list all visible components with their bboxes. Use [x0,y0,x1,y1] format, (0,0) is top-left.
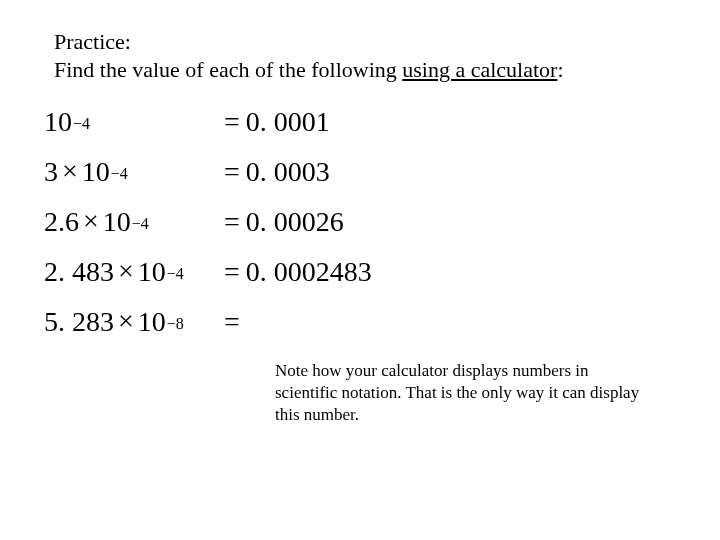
equals: = [224,158,240,186]
exponent: −4 [132,216,149,232]
exponent: −4 [111,166,128,182]
base: 10 [82,158,110,186]
exponent: −4 [167,266,184,282]
coef: 3 [44,158,58,186]
header-line-2a: Find the value of each of the following [54,57,402,82]
math-row: 10−4 = 0. 0001 [44,108,372,158]
base: 10 [103,208,131,236]
header-line-2c: : [557,57,563,82]
header: Practice: Find the value of each of the … [54,28,564,84]
lhs: 3×10−4 [44,158,224,186]
base: 10 [138,258,166,286]
times-icon: × [118,257,134,285]
lhs: 2.6×10−4 [44,208,224,236]
math-block: 10−4 = 0. 0001 3×10−4 = 0. 0003 2.6×10−4… [44,108,372,358]
equals: = [224,258,240,286]
header-line-1: Practice: [54,28,564,56]
exponent: −8 [167,316,184,332]
note-text: Note how your calculator displays number… [275,360,645,425]
times-icon: × [118,307,134,335]
value: 0. 00026 [246,208,344,236]
equals: = [224,108,240,136]
equals: = [224,308,240,336]
rhs: = 0. 0001 [224,108,330,136]
base: 10 [44,108,72,136]
coef: 5. 283 [44,308,114,336]
value: 0. 0002483 [246,258,372,286]
math-row: 3×10−4 = 0. 0003 [44,158,372,208]
exponent: −4 [73,116,90,132]
math-row: 2. 483×10−4 = 0. 0002483 [44,258,372,308]
rhs: = 0. 00026 [224,208,344,236]
value: 0. 0003 [246,158,330,186]
lhs: 5. 283×10−8 [44,308,224,336]
coef: 2. 483 [44,258,114,286]
lhs: 10−4 [44,108,224,136]
times-icon: × [62,157,78,185]
rhs: = [224,308,246,336]
math-row: 2.6×10−4 = 0. 00026 [44,208,372,258]
math-row: 5. 283×10−8 = [44,308,372,358]
lhs: 2. 483×10−4 [44,258,224,286]
base: 10 [138,308,166,336]
coef: 2.6 [44,208,79,236]
rhs: = 0. 0002483 [224,258,372,286]
rhs: = 0. 0003 [224,158,330,186]
header-line-2: Find the value of each of the following … [54,56,564,84]
header-line-2b: using a calculator [402,57,557,82]
times-icon: × [83,207,99,235]
equals: = [224,208,240,236]
value: 0. 0001 [246,108,330,136]
